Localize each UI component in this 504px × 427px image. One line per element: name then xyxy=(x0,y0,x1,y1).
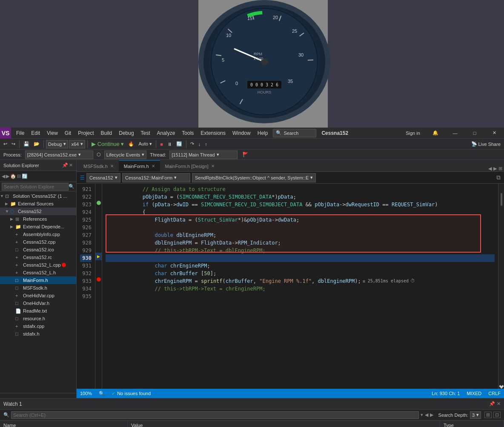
tree-cessna152lh[interactable]: + Cessna152_L.h xyxy=(0,269,76,276)
class-selector[interactable]: Cessna152 ▾ xyxy=(86,173,120,182)
hot-reload-btn[interactable]: 🔥 xyxy=(126,141,136,147)
forward-btn[interactable]: ▶ xyxy=(6,174,9,179)
panel-close-btn[interactable]: ✕ xyxy=(69,162,73,168)
col-name[interactable]: Name xyxy=(0,421,128,427)
tree-cessna152lcpp[interactable]: + Cessna152_L.cpp xyxy=(0,261,76,269)
watch-pin-btn[interactable]: 📌 xyxy=(489,401,495,407)
nav-arrow-left[interactable]: ☰ xyxy=(80,175,85,181)
tree-cessna152-project[interactable]: ▼ ⬡ Cessna152 xyxy=(0,208,76,215)
tree-ext-dep[interactable]: ▶ 📁 External Depende... xyxy=(0,223,76,231)
tree-onehidvarcpp[interactable]: + OneHidVar.cpp xyxy=(0,292,76,299)
refresh-btn[interactable]: 🔄 xyxy=(22,174,28,179)
stop-btn[interactable]: ■ xyxy=(158,141,165,147)
tree-resourceh[interactable]: □ resource.h xyxy=(0,315,76,322)
redo-btn[interactable]: ↪ xyxy=(10,141,17,147)
bell-icon[interactable]: 🔔 xyxy=(426,128,445,139)
step-over-btn[interactable]: ↷ xyxy=(189,141,196,147)
expand-icon[interactable]: ▼ xyxy=(0,194,5,198)
tree-cessna152cpp[interactable]: + Cessna152.cpp xyxy=(0,238,76,246)
process-dropdown[interactable]: [28264] Cessna152.exe ▾ xyxy=(25,151,93,159)
watch-search-input[interactable] xyxy=(11,411,419,419)
tree-references[interactable]: ▶ ⊞ References xyxy=(0,215,76,223)
tab-nav-left[interactable]: ◀ xyxy=(488,166,492,171)
nav-prev-btn[interactable]: ◀ xyxy=(425,412,428,418)
depth-dropdown[interactable]: 3 ▾ xyxy=(470,411,481,419)
menu-debug[interactable]: Debug xyxy=(115,129,137,137)
back-btn[interactable]: ◀ xyxy=(2,174,5,179)
menu-search-input[interactable] xyxy=(284,131,313,136)
panel-pin-btn[interactable]: 📌 xyxy=(62,162,68,168)
tree-cessna152rc[interactable]: + Cessna152.rc xyxy=(0,253,76,261)
undo-btn[interactable]: ↩ xyxy=(2,141,9,147)
pause-btn[interactable]: ⏸ xyxy=(166,141,174,147)
expand-icon[interactable]: ▶ xyxy=(10,217,15,221)
solution-search-input[interactable] xyxy=(2,183,69,191)
method-selector[interactable]: Cessna152::MainForm ▾ xyxy=(122,173,190,182)
menu-build[interactable]: Build xyxy=(97,129,116,137)
menu-project[interactable]: Project xyxy=(74,129,97,137)
debug-config-dropdown[interactable]: Debug ▾ xyxy=(46,140,68,148)
menu-search-box[interactable]: 🔍 xyxy=(273,129,316,137)
save-btn[interactable]: 💾 xyxy=(22,141,31,147)
tab-pin[interactable]: ⊞ xyxy=(498,166,502,171)
se-scrollbar[interactable] xyxy=(0,393,76,398)
tab-msfssdkh[interactable]: MSFSsdk.h ✕ xyxy=(78,160,119,171)
tree-onehidvarh[interactable]: □ OneHidVar.h xyxy=(0,299,76,307)
tab-close-icon[interactable]: ✕ xyxy=(211,164,215,168)
col-value[interactable]: Value xyxy=(128,421,440,427)
platform-dropdown[interactable]: x64 ▾ xyxy=(69,140,85,148)
thread-flag-btn[interactable]: 🚩 xyxy=(241,151,250,158)
menu-test[interactable]: Test xyxy=(137,129,154,137)
filter-btn1[interactable]: ⊞ xyxy=(484,412,492,418)
scrollbar-thumb[interactable] xyxy=(501,193,502,206)
split-editor-btn[interactable]: ⧉ xyxy=(496,174,501,181)
expand-icon[interactable]: ▼ xyxy=(5,209,10,214)
search-icon[interactable]: 🔍 xyxy=(69,184,74,189)
tree-mainformh[interactable]: □ MainForm.h xyxy=(0,276,76,284)
open-btn[interactable]: 📂 xyxy=(32,141,41,147)
sign-in-btn[interactable]: Sign in xyxy=(400,128,426,139)
tree-assemblyinfo[interactable]: + AssemblyInfo.cpp xyxy=(0,231,76,238)
menu-analyze[interactable]: Analyze xyxy=(154,129,179,137)
event-selector[interactable]: SendRptsBtnClick(System::Object ^ sender… xyxy=(192,173,316,182)
search-more-icon[interactable]: ▾ xyxy=(421,412,423,418)
home-btn[interactable]: 🏠 xyxy=(10,174,16,179)
thread-dropdown[interactable]: [15112] Main Thread ▾ xyxy=(169,151,238,159)
collapse-btn[interactable]: ⊟ xyxy=(17,174,21,179)
tree-stdafxh[interactable]: □ stdafx.h xyxy=(0,330,76,338)
auto-dropdown[interactable]: Auto ▾ xyxy=(137,141,154,147)
menu-tools[interactable]: Tools xyxy=(178,129,197,137)
tab-close-icon[interactable]: ✕ xyxy=(152,164,155,168)
continue-btn[interactable]: ▶ Continue ▾ xyxy=(90,140,126,148)
menu-help[interactable]: Help xyxy=(254,129,272,137)
tree-readmetxt[interactable]: 📄 ReadMe.txt xyxy=(0,307,76,315)
menu-view[interactable]: View xyxy=(43,129,61,137)
live-share-btn[interactable]: 📡 Live Share xyxy=(470,141,502,147)
nav-next-btn[interactable]: ▶ xyxy=(430,412,433,418)
code-editor[interactable]: // Assign data to structure pObjData = (… xyxy=(102,184,498,389)
zoom-icon[interactable]: 🔍 xyxy=(99,391,105,396)
lifecycle-dropdown[interactable]: Lifecycle Events ▾ xyxy=(104,151,146,159)
col-type[interactable]: Type xyxy=(440,421,504,427)
step-out-btn[interactable]: ↑ xyxy=(203,141,209,147)
maximize-btn[interactable]: □ xyxy=(465,128,484,139)
expand-icon[interactable]: ▶ xyxy=(5,202,10,206)
tree-msfssdkh[interactable]: □ MSFSsdk.h xyxy=(0,284,76,292)
minimize-btn[interactable]: — xyxy=(445,128,465,139)
tab-mainformh[interactable]: MainForm.h ✕ xyxy=(119,160,160,171)
menu-edit[interactable]: Edit xyxy=(28,129,43,137)
filter-btn2[interactable]: ⊡ xyxy=(493,412,501,418)
menu-file[interactable]: File xyxy=(13,129,28,137)
tree-external-sources[interactable]: ▶ 📁 External Sources xyxy=(0,200,76,208)
watch-close-btn[interactable]: ✕ xyxy=(497,401,501,407)
menu-git[interactable]: Git xyxy=(61,129,74,137)
editor-scrollbar[interactable] xyxy=(498,184,504,389)
tab-mainformh-design[interactable]: MainForm.h [Design] ✕ xyxy=(160,160,220,171)
tab-nav-right[interactable]: ▶ xyxy=(493,166,497,171)
menu-extensions[interactable]: Extensions xyxy=(197,129,229,137)
step-into-btn[interactable]: ↓ xyxy=(197,141,203,147)
close-btn[interactable]: ✕ xyxy=(484,128,504,139)
restart-btn[interactable]: 🔄 xyxy=(175,141,184,147)
zoom-level[interactable]: 100% xyxy=(80,391,92,396)
tree-solution[interactable]: ▼ ⊡ Solution 'Cessna152' (1 ... xyxy=(0,192,76,200)
